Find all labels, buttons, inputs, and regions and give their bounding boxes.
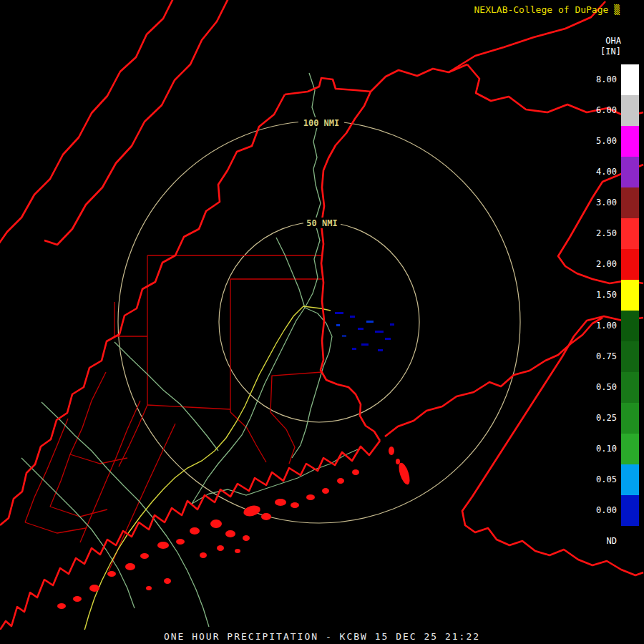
precip-echo (390, 323, 394, 326)
scale-level-swatch (621, 187, 639, 218)
scale-level: 2.50 (584, 218, 639, 249)
precip-color-scale: 8.006.005.004.003.002.502.001.501.000.75… (584, 64, 639, 557)
precip-echo (352, 348, 356, 350)
scale-level-label: 0.00 (584, 495, 621, 526)
scale-level: 1.50 (584, 280, 639, 311)
precip-echo (366, 321, 374, 323)
scale-level-label: 8.00 (584, 64, 621, 95)
range-rings (118, 121, 520, 523)
scale-level-swatch (621, 157, 639, 187)
scale-level: 0.25 (584, 403, 639, 434)
scale-level: 5.00 (584, 126, 639, 157)
rivers (21, 73, 358, 627)
precip-echo (350, 316, 355, 318)
range-ring-50nmi (219, 222, 419, 422)
scale-level: 2.00 (584, 249, 639, 280)
precip-echo (361, 343, 369, 346)
scale-level-swatch (621, 95, 639, 126)
radar-map: 100 NMI 50 NMI (0, 0, 644, 644)
precip-echo (375, 331, 384, 333)
scale-level-label: 0.25 (584, 403, 621, 434)
status-bar: ONE HOUR PRECIPITATION - KCBW 15 DEC 25 … (0, 630, 644, 644)
range-ring-100nmi (118, 121, 520, 523)
precip-echo (385, 338, 391, 340)
scale-level-swatch (621, 218, 639, 249)
scale-level-label: 2.00 (584, 249, 621, 280)
scale-level-label: 5.00 (584, 126, 621, 157)
scale-level: 8.00 (584, 64, 639, 95)
scale-level-swatch (621, 372, 639, 403)
scale-level-swatch (621, 280, 639, 311)
precip-echoes (335, 312, 394, 351)
highways (84, 306, 331, 630)
precip-echo (336, 324, 340, 326)
scale-level-label: 3.00 (584, 187, 621, 218)
precip-echo (335, 312, 343, 314)
range-ring-labels: 100 NMI 50 NMI (298, 117, 344, 228)
ring-label-100nmi: 100 NMI (303, 118, 340, 128)
scale-level: 1.00 (584, 311, 639, 341)
scale-level-label: 1.00 (584, 311, 621, 341)
precip-echo (378, 349, 383, 351)
scale-level: 0.05 (584, 464, 639, 495)
scale-level: 0.50 (584, 372, 639, 403)
attribution-label: NEXLAB-College of DuPage (474, 4, 609, 15)
scale-level: 4.00 (584, 157, 639, 187)
scale-level: 3.00 (584, 187, 639, 218)
scale-level-swatch (621, 249, 639, 280)
scale-level-swatch (621, 341, 639, 372)
ring-label-50nmi: 50 NMI (306, 218, 337, 228)
scale-level-swatch (621, 311, 639, 341)
precip-echo (342, 335, 346, 337)
scale-level-label: 0.50 (584, 372, 621, 403)
product-code: OHA (605, 36, 621, 46)
scale-level-label: 0.10 (584, 434, 621, 464)
scale-level-swatch (621, 464, 639, 495)
scale-level-label: 0.05 (584, 464, 621, 495)
scale-level: 0.10 (584, 434, 639, 464)
scale-level-swatch (621, 64, 639, 95)
scale-level-label: 6.00 (584, 95, 621, 126)
scale-level-label: 4.00 (584, 157, 621, 187)
scale-level-swatch (621, 403, 639, 434)
scale-level-label: 2.50 (584, 218, 621, 249)
scale-level: 6.00 (584, 95, 639, 126)
scale-level: ND (584, 526, 639, 557)
scale-level: 0.75 (584, 341, 639, 372)
scale-level-swatch (621, 434, 639, 464)
scale-level-swatch (621, 495, 639, 526)
scale-level-label: 1.50 (584, 280, 621, 311)
scale-level-label: ND (584, 526, 621, 557)
scale-level: 0.00 (584, 495, 639, 526)
radar-display: 100 NMI 50 NMI NEXLAB-College of DuPage … (0, 0, 644, 644)
cod-logo-glyph: ▒ (614, 4, 620, 15)
attribution-text: NEXLAB-College of DuPage ▒ (474, 4, 620, 15)
product-units: [IN] (600, 47, 621, 57)
scale-level-swatch (621, 126, 639, 157)
precip-echo (358, 328, 364, 330)
state-and-coast-boundaries (0, 0, 643, 630)
scale-level-label: 0.75 (584, 341, 621, 372)
